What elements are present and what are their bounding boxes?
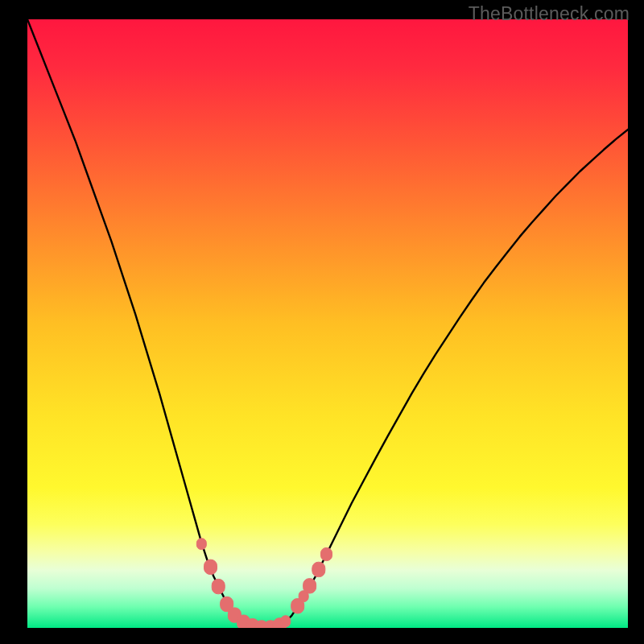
curve-marker: [204, 559, 217, 574]
curve-marker: [196, 539, 206, 550]
curve-marker: [281, 616, 291, 627]
frame: TheBottleneck.com: [0, 0, 644, 644]
watermark-text: TheBottleneck.com: [469, 3, 630, 25]
gradient-background: [27, 19, 628, 628]
curve-marker: [303, 579, 316, 593]
curve-marker: [212, 579, 225, 593]
bottleneck-chart: [27, 19, 628, 628]
curve-marker: [321, 547, 332, 560]
curve-marker: [312, 562, 325, 576]
